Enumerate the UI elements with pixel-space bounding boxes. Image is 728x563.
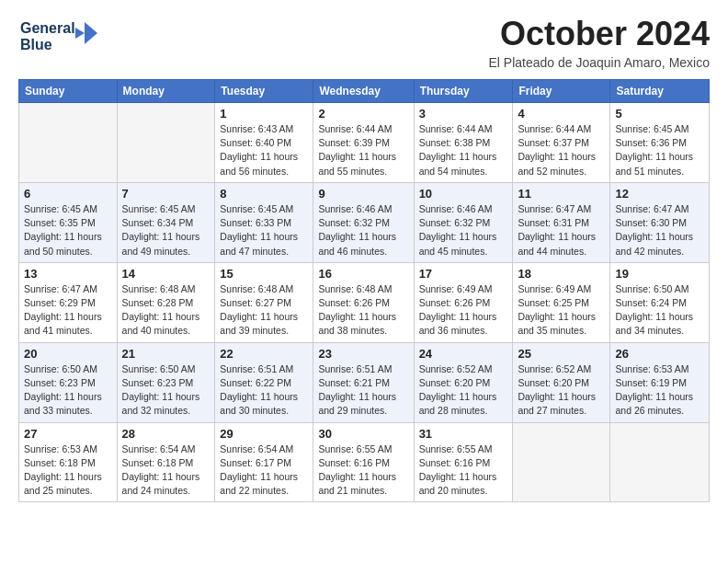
- title-area: October 2024 El Plateado de Joaquin Amar…: [489, 15, 710, 70]
- day-number: 14: [122, 267, 210, 281]
- weekday-header-thursday: Thursday: [414, 80, 513, 103]
- day-number: 8: [220, 187, 308, 201]
- day-number: 3: [419, 107, 508, 121]
- day-number: 19: [615, 267, 704, 281]
- weekday-header-saturday: Saturday: [610, 80, 710, 103]
- svg-text:General: General: [20, 20, 75, 36]
- day-info: Sunrise: 6:48 AM Sunset: 6:28 PM Dayligh…: [122, 282, 210, 339]
- day-number: 13: [24, 267, 112, 281]
- logo-text: General Blue: [18, 15, 101, 59]
- day-number: 20: [24, 347, 112, 361]
- day-info: Sunrise: 6:45 AM Sunset: 6:36 PM Dayligh…: [615, 122, 704, 178]
- day-info: Sunrise: 6:51 AM Sunset: 6:22 PM Dayligh…: [220, 362, 308, 419]
- calendar-cell: 20Sunrise: 6:50 AM Sunset: 6:23 PM Dayli…: [19, 342, 118, 422]
- calendar-cell: 18Sunrise: 6:49 AM Sunset: 6:25 PM Dayli…: [513, 262, 610, 342]
- day-info: Sunrise: 6:45 AM Sunset: 6:33 PM Dayligh…: [220, 202, 308, 259]
- day-number: 27: [24, 427, 112, 441]
- svg-text:Blue: Blue: [20, 37, 52, 52]
- calendar-cell: 8Sunrise: 6:45 AM Sunset: 6:33 PM Daylig…: [215, 182, 313, 262]
- day-number: 2: [318, 107, 408, 121]
- day-info: Sunrise: 6:47 AM Sunset: 6:29 PM Dayligh…: [24, 282, 112, 339]
- svg-marker-2: [85, 22, 97, 44]
- weekday-header-tuesday: Tuesday: [215, 80, 313, 103]
- calendar-cell: 2Sunrise: 6:44 AM Sunset: 6:39 PM Daylig…: [313, 103, 414, 183]
- day-info: Sunrise: 6:53 AM Sunset: 6:19 PM Dayligh…: [615, 362, 704, 419]
- calendar-cell: 31Sunrise: 6:55 AM Sunset: 6:16 PM Dayli…: [414, 422, 513, 502]
- day-number: 17: [419, 267, 508, 281]
- calendar-cell: 16Sunrise: 6:48 AM Sunset: 6:26 PM Dayli…: [313, 262, 414, 342]
- calendar-cell: 23Sunrise: 6:51 AM Sunset: 6:21 PM Dayli…: [313, 342, 414, 422]
- calendar-cell: 5Sunrise: 6:45 AM Sunset: 6:36 PM Daylig…: [610, 103, 710, 183]
- day-info: Sunrise: 6:47 AM Sunset: 6:31 PM Dayligh…: [518, 202, 605, 259]
- day-info: Sunrise: 6:48 AM Sunset: 6:27 PM Dayligh…: [220, 282, 308, 339]
- calendar-cell: 27Sunrise: 6:53 AM Sunset: 6:18 PM Dayli…: [19, 422, 118, 502]
- calendar-week-3: 13Sunrise: 6:47 AM Sunset: 6:29 PM Dayli…: [19, 262, 710, 342]
- day-number: 11: [518, 187, 605, 201]
- calendar-cell: 22Sunrise: 6:51 AM Sunset: 6:22 PM Dayli…: [215, 342, 313, 422]
- calendar-cell: 1Sunrise: 6:43 AM Sunset: 6:40 PM Daylig…: [215, 103, 313, 183]
- day-info: Sunrise: 6:43 AM Sunset: 6:40 PM Dayligh…: [220, 122, 308, 178]
- calendar-cell: 10Sunrise: 6:46 AM Sunset: 6:32 PM Dayli…: [414, 182, 513, 262]
- calendar-week-4: 20Sunrise: 6:50 AM Sunset: 6:23 PM Dayli…: [19, 342, 710, 422]
- day-info: Sunrise: 6:55 AM Sunset: 6:16 PM Dayligh…: [318, 442, 408, 499]
- day-info: Sunrise: 6:53 AM Sunset: 6:18 PM Dayligh…: [24, 442, 112, 499]
- day-info: Sunrise: 6:45 AM Sunset: 6:35 PM Dayligh…: [24, 202, 112, 259]
- day-info: Sunrise: 6:45 AM Sunset: 6:34 PM Dayligh…: [122, 202, 210, 259]
- svg-marker-3: [75, 28, 85, 39]
- day-number: 29: [220, 427, 308, 441]
- day-info: Sunrise: 6:46 AM Sunset: 6:32 PM Dayligh…: [419, 202, 508, 259]
- calendar-cell: 26Sunrise: 6:53 AM Sunset: 6:19 PM Dayli…: [610, 342, 710, 422]
- calendar-cell: 14Sunrise: 6:48 AM Sunset: 6:28 PM Dayli…: [117, 262, 215, 342]
- day-info: Sunrise: 6:44 AM Sunset: 6:39 PM Dayligh…: [318, 122, 408, 178]
- day-info: Sunrise: 6:51 AM Sunset: 6:21 PM Dayligh…: [318, 362, 408, 419]
- day-info: Sunrise: 6:54 AM Sunset: 6:18 PM Dayligh…: [122, 442, 210, 499]
- location-subtitle: El Plateado de Joaquin Amaro, Mexico: [489, 55, 710, 70]
- weekday-header-sunday: Sunday: [19, 80, 118, 103]
- calendar-cell: 13Sunrise: 6:47 AM Sunset: 6:29 PM Dayli…: [19, 262, 118, 342]
- day-number: 21: [122, 347, 210, 361]
- day-number: 4: [518, 107, 605, 121]
- month-title: October 2024: [489, 15, 710, 53]
- day-info: Sunrise: 6:50 AM Sunset: 6:23 PM Dayligh…: [122, 362, 210, 419]
- day-info: Sunrise: 6:44 AM Sunset: 6:38 PM Dayligh…: [419, 122, 508, 178]
- calendar-cell: 17Sunrise: 6:49 AM Sunset: 6:26 PM Dayli…: [414, 262, 513, 342]
- calendar-cell: 21Sunrise: 6:50 AM Sunset: 6:23 PM Dayli…: [117, 342, 215, 422]
- day-number: 22: [220, 347, 308, 361]
- calendar-cell: 3Sunrise: 6:44 AM Sunset: 6:38 PM Daylig…: [414, 103, 513, 183]
- weekday-header-row: SundayMondayTuesdayWednesdayThursdayFrid…: [19, 80, 710, 103]
- day-number: 30: [318, 427, 408, 441]
- calendar-cell: 19Sunrise: 6:50 AM Sunset: 6:24 PM Dayli…: [610, 262, 710, 342]
- calendar-cell: 24Sunrise: 6:52 AM Sunset: 6:20 PM Dayli…: [414, 342, 513, 422]
- logo: General Blue: [18, 15, 101, 59]
- day-number: 15: [220, 267, 308, 281]
- calendar-cell: 11Sunrise: 6:47 AM Sunset: 6:31 PM Dayli…: [513, 182, 610, 262]
- calendar-week-5: 27Sunrise: 6:53 AM Sunset: 6:18 PM Dayli…: [19, 422, 710, 502]
- day-number: 31: [419, 427, 508, 441]
- calendar-cell: 15Sunrise: 6:48 AM Sunset: 6:27 PM Dayli…: [215, 262, 313, 342]
- calendar-cell: 25Sunrise: 6:52 AM Sunset: 6:20 PM Dayli…: [513, 342, 610, 422]
- calendar-week-2: 6Sunrise: 6:45 AM Sunset: 6:35 PM Daylig…: [19, 182, 710, 262]
- day-info: Sunrise: 6:49 AM Sunset: 6:25 PM Dayligh…: [518, 282, 605, 339]
- calendar-cell: 6Sunrise: 6:45 AM Sunset: 6:35 PM Daylig…: [19, 182, 118, 262]
- day-number: 26: [615, 347, 704, 361]
- weekday-header-wednesday: Wednesday: [313, 80, 414, 103]
- day-info: Sunrise: 6:46 AM Sunset: 6:32 PM Dayligh…: [318, 202, 408, 259]
- weekday-header-monday: Monday: [117, 80, 215, 103]
- header: General Blue October 2024 El Plateado de…: [18, 15, 710, 70]
- day-number: 23: [318, 347, 408, 361]
- calendar-cell: 30Sunrise: 6:55 AM Sunset: 6:16 PM Dayli…: [313, 422, 414, 502]
- day-number: 12: [615, 187, 704, 201]
- day-number: 18: [518, 267, 605, 281]
- day-info: Sunrise: 6:48 AM Sunset: 6:26 PM Dayligh…: [318, 282, 408, 339]
- day-info: Sunrise: 6:50 AM Sunset: 6:23 PM Dayligh…: [24, 362, 112, 419]
- calendar-cell: 4Sunrise: 6:44 AM Sunset: 6:37 PM Daylig…: [513, 103, 610, 183]
- calendar-cell: 9Sunrise: 6:46 AM Sunset: 6:32 PM Daylig…: [313, 182, 414, 262]
- day-number: 7: [122, 187, 210, 201]
- day-number: 24: [419, 347, 508, 361]
- day-number: 5: [615, 107, 704, 121]
- day-info: Sunrise: 6:50 AM Sunset: 6:24 PM Dayligh…: [615, 282, 704, 339]
- calendar-cell: [117, 103, 215, 183]
- calendar-cell: 28Sunrise: 6:54 AM Sunset: 6:18 PM Dayli…: [117, 422, 215, 502]
- day-number: 1: [220, 107, 308, 121]
- day-info: Sunrise: 6:52 AM Sunset: 6:20 PM Dayligh…: [518, 362, 605, 419]
